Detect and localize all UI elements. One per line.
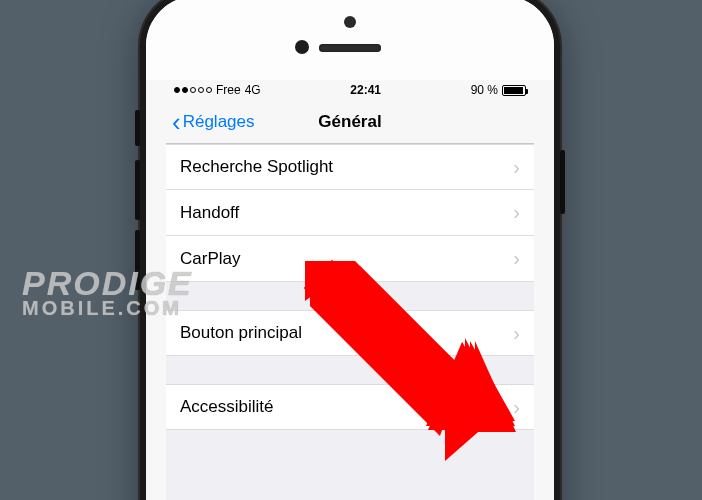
- cell-label: Bouton principal: [180, 323, 302, 343]
- chevron-right-icon: ›: [513, 156, 520, 179]
- chevron-left-icon: ‹: [172, 109, 181, 135]
- phone-bezel: Free 4G 22:41 90 % ‹ Réglages Général Re…: [146, 0, 554, 500]
- back-label: Réglages: [183, 112, 255, 132]
- battery-percent-label: 90 %: [471, 83, 498, 97]
- settings-group-2: Bouton principal ›: [166, 310, 534, 356]
- volume-down-button: [135, 230, 140, 290]
- signal-strength-icon: [174, 87, 212, 93]
- back-button[interactable]: ‹ Réglages: [166, 109, 255, 135]
- chevron-right-icon: ›: [513, 247, 520, 270]
- carrier-label: Free: [216, 83, 241, 97]
- phone-frame: Free 4G 22:41 90 % ‹ Réglages Général Re…: [140, 0, 560, 500]
- row-bouton-principal[interactable]: Bouton principal ›: [166, 310, 534, 356]
- settings-group-3: Accessibilité ›: [166, 384, 534, 430]
- cell-label: CarPlay: [180, 249, 240, 269]
- network-label: 4G: [245, 83, 261, 97]
- cell-label: Recherche Spotlight: [180, 157, 333, 177]
- phone-top-bezel: [146, 0, 554, 80]
- mute-switch: [135, 110, 140, 146]
- cell-label: Handoff: [180, 203, 239, 223]
- earpiece-speaker-icon: [319, 44, 381, 52]
- row-carplay[interactable]: CarPlay ›: [166, 236, 534, 282]
- settings-group-1: Recherche Spotlight › Handoff › CarPlay …: [166, 144, 534, 282]
- clock-label: 22:41: [265, 83, 467, 97]
- navigation-bar: ‹ Réglages Général: [166, 100, 534, 144]
- chevron-right-icon: ›: [513, 201, 520, 224]
- status-bar: Free 4G 22:41 90 %: [166, 80, 534, 100]
- chevron-right-icon: ›: [513, 322, 520, 345]
- chevron-right-icon: ›: [513, 396, 520, 419]
- battery-icon: [502, 85, 526, 96]
- proximity-sensor-icon: [295, 40, 309, 54]
- front-camera-icon: [344, 16, 356, 28]
- cell-label: Accessibilité: [180, 397, 274, 417]
- screen: Free 4G 22:41 90 % ‹ Réglages Général Re…: [166, 80, 534, 500]
- volume-up-button: [135, 160, 140, 220]
- row-handoff[interactable]: Handoff ›: [166, 190, 534, 236]
- status-right: 90 %: [471, 83, 526, 97]
- row-recherche-spotlight[interactable]: Recherche Spotlight ›: [166, 144, 534, 190]
- power-button: [560, 150, 565, 214]
- row-accessibilite[interactable]: Accessibilité ›: [166, 384, 534, 430]
